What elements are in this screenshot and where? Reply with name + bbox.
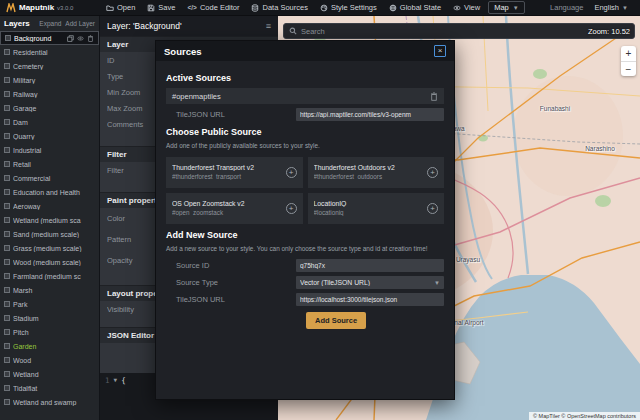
layer-label: Marsh xyxy=(13,287,95,294)
layer-item-wood-medium-scale[interactable]: Wood (medium scale) xyxy=(0,255,99,269)
source-card-title: LocationIQ xyxy=(314,200,424,207)
add-new-source-form: Source IDSource TypeVector (TileJSON URL… xyxy=(166,259,444,306)
public-source-card-locationiq: LocationIQ#locationiq+ xyxy=(308,193,445,224)
source-id-input[interactable] xyxy=(296,259,444,272)
layer-item-cemetery[interactable]: Cemetery xyxy=(0,59,99,73)
layer-type-icon xyxy=(4,119,10,125)
zoom-in-button[interactable]: + xyxy=(621,46,636,61)
code-icon: </> xyxy=(187,4,196,11)
layer-type-icon xyxy=(4,287,10,293)
layer-item-marsh[interactable]: Marsh xyxy=(0,283,99,297)
layer-label: Background xyxy=(14,35,64,42)
data-sources-button[interactable]: Data Sources xyxy=(245,0,313,15)
database-icon xyxy=(251,4,259,12)
save-button[interactable]: Save xyxy=(141,0,181,15)
open-button[interactable]: Open xyxy=(100,0,141,15)
layer-item-education-and-health[interactable]: Education and Health xyxy=(0,185,99,199)
view-mode-select[interactable]: Map ▼ xyxy=(488,1,525,14)
layer-type-icon xyxy=(4,217,10,223)
tilejson-url-input[interactable] xyxy=(296,293,444,306)
layer-type-icon xyxy=(4,203,10,209)
add-source-button[interactable]: Add Source xyxy=(306,312,366,329)
add-layer-button[interactable]: Add Layer xyxy=(65,20,95,27)
layer-list: BackgroundResidentialCemeteryMilitaryRai… xyxy=(0,31,99,420)
field-label: Filter xyxy=(107,166,157,175)
layer-label: Military xyxy=(13,77,95,84)
layer-item-wetland[interactable]: Wetland xyxy=(0,367,99,381)
global-state-button[interactable]: Global State xyxy=(383,0,447,15)
layer-label: Residential xyxy=(13,49,95,56)
layer-item-park[interactable]: Park xyxy=(0,297,99,311)
expand-button[interactable]: Expand xyxy=(39,20,61,27)
layer-editor-title: Layer: 'Background' xyxy=(107,21,182,31)
layer-item-garden[interactable]: Garden xyxy=(0,339,99,353)
language-select[interactable]: English ▼ xyxy=(588,3,634,12)
source-card-text: Thunderforest Transport v2#thunderforest… xyxy=(172,164,282,180)
layer-type-icon xyxy=(4,105,10,111)
search-input[interactable] xyxy=(301,27,629,36)
layer-item-stadium[interactable]: Stadium xyxy=(0,311,99,325)
layer-item-sand-medium-scale[interactable]: Sand (medium scale) xyxy=(0,227,99,241)
layer-item-background[interactable]: Background xyxy=(0,31,99,45)
layer-label: Park xyxy=(13,301,95,308)
view-button[interactable]: View xyxy=(447,0,486,15)
layer-item-railway[interactable]: Railway xyxy=(0,87,99,101)
map-label-urayasu: Urayasu xyxy=(456,256,480,263)
map-attribution[interactable]: © MapTiler © OpenStreetMap contributors xyxy=(529,412,640,420)
layer-label: Commercial xyxy=(13,175,95,182)
layer-item-garage[interactable]: Garage xyxy=(0,101,99,115)
layer-type-icon xyxy=(4,245,10,251)
layer-label: Garden xyxy=(13,343,95,350)
layer-item-wood[interactable]: Wood xyxy=(0,353,99,367)
layer-item-military[interactable]: Military xyxy=(0,73,99,87)
top-toolbar: Maputnik v3.0.0 Open Save </> Code Edito… xyxy=(0,0,640,16)
modal-header: Sources × xyxy=(156,41,454,61)
layer-item-pitch[interactable]: Pitch xyxy=(0,325,99,339)
layer-item-wetland-and-swamp[interactable]: Wetland and swamp xyxy=(0,395,99,409)
close-icon[interactable]: × xyxy=(434,45,446,57)
layer-item-tidalflat[interactable]: Tidalflat xyxy=(0,381,99,395)
layer-editor-header: Layer: 'Background' ≡ xyxy=(100,16,278,36)
code-editor-button[interactable]: </> Code Editor xyxy=(181,0,245,15)
layer-item-farmland-medium-sc[interactable]: Farmland (medium sc xyxy=(0,269,99,283)
layer-type-icon xyxy=(4,399,10,405)
layer-item-retail[interactable]: Retail xyxy=(0,157,99,171)
layer-item-residential[interactable]: Residential xyxy=(0,45,99,59)
layer-type-icon xyxy=(4,385,10,391)
map-search-bar xyxy=(283,23,635,39)
line-number: 1 xyxy=(105,376,110,417)
toggle-visibility-icon[interactable] xyxy=(77,35,84,42)
layer-item-wetland-medium-sca[interactable]: Wetland (medium sca xyxy=(0,213,99,227)
field-label: Color xyxy=(107,214,157,223)
app-name: Maputnik xyxy=(19,3,54,12)
layer-item-quarry[interactable]: Quarry xyxy=(0,129,99,143)
layer-menu-icon[interactable]: ≡ xyxy=(266,21,271,31)
layer-item-industrial[interactable]: Industrial xyxy=(0,143,99,157)
add-public-source-button[interactable]: + xyxy=(286,203,297,214)
save-icon xyxy=(147,4,155,12)
add-public-source-button[interactable]: + xyxy=(427,203,438,214)
trash-icon[interactable] xyxy=(430,92,438,101)
delete-layer-icon[interactable] xyxy=(87,35,94,42)
style-settings-button[interactable]: Style Settings xyxy=(314,0,383,15)
layer-type-icon xyxy=(4,357,10,363)
add-public-source-button[interactable]: + xyxy=(286,167,297,178)
source-type-select[interactable]: Vector (TileJSON URL)▼ xyxy=(296,276,444,289)
layer-item-grass-medium-scale[interactable]: Grass (medium scale) xyxy=(0,241,99,255)
palette-icon xyxy=(320,4,328,12)
layer-label: Stadium xyxy=(13,315,95,322)
add-new-source-heading: Add New Source xyxy=(166,230,444,240)
layer-item-dam[interactable]: Dam xyxy=(0,115,99,129)
layer-item-commercial[interactable]: Commercial xyxy=(0,171,99,185)
zoom-out-button[interactable]: − xyxy=(621,61,636,76)
add-public-source-button[interactable]: + xyxy=(427,167,438,178)
source-card-text: OS Open Zoomstack v2#open_zoomstack xyxy=(172,200,282,216)
duplicate-layer-icon[interactable] xyxy=(67,35,74,42)
layer-label: Aeroway xyxy=(13,203,95,210)
layer-item-aeroway[interactable]: Aeroway xyxy=(0,199,99,213)
tilejson-url-input[interactable] xyxy=(296,108,444,121)
field-label: Comments xyxy=(107,120,157,129)
fold-icon[interactable]: ▼ xyxy=(114,376,118,417)
field-label: Max Zoom xyxy=(107,104,157,113)
select-value: Vector (TileJSON URL) xyxy=(300,279,434,286)
